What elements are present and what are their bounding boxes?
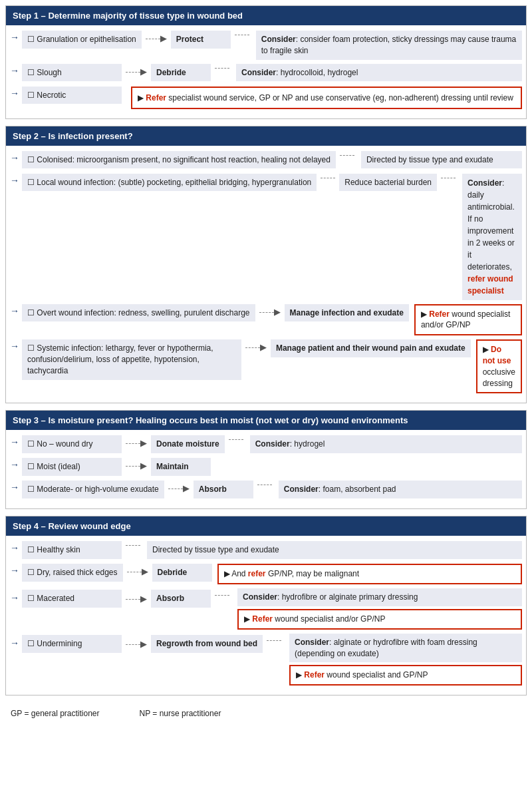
table-row: → ☐ Undermining ▶ Regrowth from wound be… — [10, 634, 522, 686]
table-row: → ☐ No – wound dry ▶ Donate moisture Con… — [10, 435, 522, 454]
dashed-arrow-icon: ▶ — [126, 636, 147, 649]
step4-header: Step 4 – Review wound edge — [6, 516, 526, 536]
moisture-label: ☐ Moist (ideal) — [22, 458, 122, 476]
step1-body: → ☐ Granulation or epithelisation ▶ Prot… — [6, 25, 526, 118]
dashed-arrow-icon: ▶ — [126, 591, 147, 604]
step4-body: → ☐ Healthy skin Directed by tissue type… — [6, 536, 526, 695]
refer-box: ▶ Refer wound specialist and GP/NP — [289, 665, 522, 686]
tissue-label: ☐ Slough — [22, 64, 122, 82]
arrow-icon: → — [10, 152, 19, 163]
consider-box: Consider: hydrofibre or alginate primary… — [237, 588, 522, 606]
action-absorb: Absorb — [194, 481, 253, 498]
action-maintain: Maintain — [151, 458, 211, 476]
arrow-icon: → — [10, 459, 19, 470]
consider-box: Consider: consider foam protection, stic… — [256, 31, 522, 60]
dashed-arrow-icon: ▶ — [259, 304, 281, 317]
arrow-icon: → — [10, 88, 19, 99]
arrow-icon: → — [10, 305, 19, 316]
np-label: NP = nurse practitioner — [140, 709, 221, 718]
step3-header: Step 3 – Is moisture present? Healing oc… — [6, 411, 526, 430]
arrow-icon: → — [10, 638, 19, 648]
dashed-arrow-icon — [229, 435, 243, 440]
refer-text: Refer — [429, 309, 450, 319]
dashed-arrow-icon: ▶ — [126, 435, 147, 448]
consider-box: Consider: hydrogel — [250, 435, 522, 453]
dashed-arrow-icon — [126, 541, 140, 546]
step3-section: Step 3 – Is moisture present? Healing oc… — [5, 410, 527, 509]
edge-label: ☐ Undermining — [22, 635, 122, 653]
arrow-icon: → — [10, 341, 19, 351]
dashed-arrow-icon: ▶ — [168, 481, 190, 493]
action-debride: Debride — [151, 64, 211, 82]
dashed-arrow-icon — [267, 636, 281, 641]
refer-text: refer wound specialist — [467, 274, 513, 296]
table-row: → ☐ Necrotic ▶ Refer specialist wound se… — [10, 87, 522, 109]
arrow-icon: → — [10, 565, 19, 576]
action-regrowth: Regrowth from wound bed — [151, 635, 263, 653]
table-row: → ☐ Moist (ideal) ▶ Maintain — [10, 458, 522, 477]
dashed-arrow-icon — [257, 481, 272, 485]
refer-box: ▶ Refer wound specialist and/or GP/NP — [237, 609, 522, 630]
moisture-label: ☐ Moderate- or high-volume exudate — [22, 481, 164, 498]
action-donate: Donate moisture — [151, 435, 225, 453]
infection-label: ☐ Overt wound infection: redness, swelli… — [22, 304, 255, 322]
step1-section: Step 1 – Determine majority of tissue ty… — [5, 5, 527, 119]
edge-label: ☐ Dry, raised thick edges — [22, 564, 123, 582]
dashed-arrow-icon — [340, 151, 354, 156]
step3-body: → ☐ No – wound dry ▶ Donate moisture Con… — [6, 430, 526, 508]
refer-text: Refer — [304, 670, 325, 680]
step1-header: Step 1 – Determine majority of tissue ty… — [6, 6, 526, 25]
table-row: → ☐ Macerated ▶ Absorb Consider: hydrofi… — [10, 588, 522, 630]
refer-box: ▶ Refer specialist wound service, GP or … — [131, 87, 522, 109]
arrow-icon: → — [10, 482, 19, 493]
consider-box: Consider: alginate or hydrofibre with fo… — [289, 634, 522, 663]
refer-text: Refer — [252, 614, 273, 624]
step4-section: Step 4 – Review wound edge → ☐ Healthy s… — [5, 516, 527, 695]
directed-text: Directed by tissue type and exudate — [366, 155, 493, 164]
tissue-label: ☐ Necrotic — [22, 87, 122, 104]
infection-label: ☐ Colonised: microorganism present, no s… — [22, 151, 336, 169]
dashed-arrow-icon — [235, 31, 249, 35]
consider-box: Directed by tissue type and exudate — [147, 541, 522, 559]
table-row: → ☐ Granulation or epithelisation ▶ Prot… — [10, 31, 522, 60]
footer: GP = general practitioner NP = nurse pra… — [5, 702, 527, 721]
moisture-label: ☐ No – wound dry — [22, 435, 122, 453]
step2-header: Step 2 – Is infection present? — [6, 126, 526, 146]
refer-box: ▶ Refer wound specialist and/or GP/NP — [414, 304, 522, 336]
consider-box: Consider: daily antimicrobial. If no imp… — [462, 174, 522, 300]
dashed-arrow-icon — [321, 174, 335, 178]
action-manage: Manage infection and exudate — [285, 304, 409, 322]
donot-text: Do not use — [483, 345, 511, 365]
arrow-icon: → — [10, 65, 19, 76]
arrow-icon: → — [10, 437, 19, 447]
dashed-arrow-icon: ▶ — [127, 564, 148, 576]
infection-label: ☐ Systemic infection: lethargy, fever or… — [22, 339, 241, 379]
edge-label: ☐ Macerated — [22, 590, 122, 608]
table-row: → ☐ Dry, raised thick edges ▶ Debride ▶ … — [10, 564, 522, 584]
dashed-arrow-icon — [215, 64, 229, 69]
dashed-arrow-icon: ▶ — [245, 339, 267, 352]
arrow-icon: → — [10, 542, 19, 553]
refer-box: ▶ And refer GP/NP, may be malignant — [217, 564, 523, 584]
arrow-icon: → — [10, 175, 19, 186]
arrow-icon: → — [10, 32, 19, 43]
dashed-arrow-icon: ▶ — [146, 31, 167, 43]
gp-label: GP = general practitioner — [11, 709, 100, 718]
table-row: → ☐ Overt wound infection: redness, swel… — [10, 304, 522, 336]
step2-section: Step 2 – Is infection present? → ☐ Colon… — [5, 126, 527, 404]
consider-box: Directed by tissue type and exudate — [361, 151, 522, 169]
action-manage-patient: Manage patient and their wound pain and … — [271, 339, 471, 357]
dashed-arrow-icon: ▶ — [126, 64, 147, 77]
table-row: → ☐ Systemic infection: lethargy, fever … — [10, 339, 522, 393]
consider-box: Consider: hydrocolloid, hydrogel — [236, 64, 522, 82]
action-absorb2: Absorb — [151, 590, 211, 608]
dashed-arrow-icon — [215, 591, 229, 596]
table-row: → ☐ Colonised: microorganism present, no… — [10, 151, 522, 170]
table-row: → ☐ Healthy skin Directed by tissue type… — [10, 541, 522, 560]
arrow-icon: → — [10, 592, 19, 603]
refer-text: Refer — [146, 93, 166, 102]
consider-box: Consider: foam, absorbent pad — [279, 481, 522, 498]
table-row: → ☐ Slough ▶ Debride Consider: hydrocoll… — [10, 64, 522, 83]
table-row: → ☐ Local wound infection: (subtle) pock… — [10, 174, 522, 300]
consider-text: Consider: hydrocolloid, hydrogel — [241, 68, 358, 77]
